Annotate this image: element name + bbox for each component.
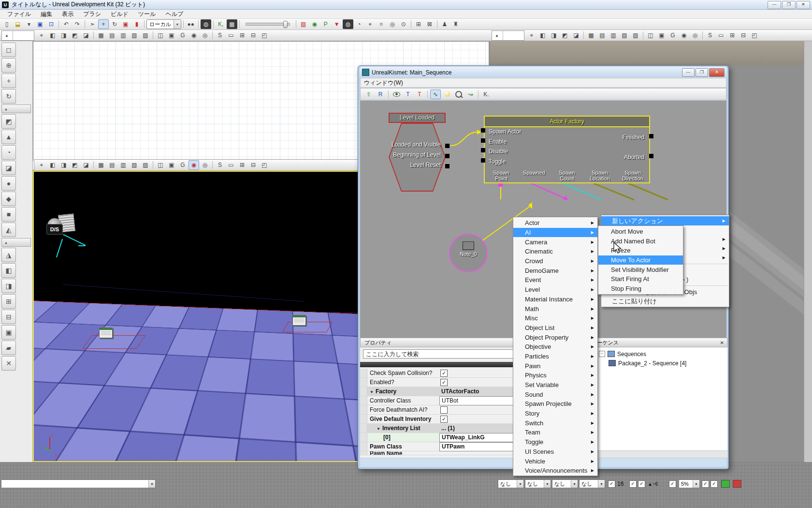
category-menu-item-Switch[interactable]: Switch▶ bbox=[513, 418, 597, 428]
viewport-toolbar-icon[interactable]: ◨ bbox=[58, 160, 69, 170]
variable-link-label[interactable]: SpawnCount bbox=[552, 170, 582, 181]
kismet-toolbar-icon[interactable]: ∿ bbox=[430, 90, 441, 99]
viewport-toolbar-icon[interactable]: ◫ bbox=[155, 160, 166, 170]
viewport-toolbar-icon[interactable]: ◪ bbox=[81, 30, 91, 40]
right-scrollbar[interactable] bbox=[804, 41, 812, 462]
actor-factory-node[interactable]: Actor Factory Spawn ActorEnableDisableTo… bbox=[484, 116, 650, 183]
ai-action-item-Stop-Firing[interactable]: Stop Firing bbox=[598, 284, 683, 294]
viewport-toolbar-icon[interactable]: S bbox=[215, 160, 225, 170]
checkbox[interactable]: ✓ bbox=[440, 379, 448, 386]
close-button[interactable]: ✕ bbox=[797, 1, 810, 9]
category-menu-item-DemoGame[interactable]: DemoGame▶ bbox=[513, 266, 597, 275]
menu-item-ファイル[interactable]: ファイル bbox=[3, 10, 35, 19]
toolbar-icon[interactable]: K, bbox=[216, 19, 226, 29]
chevron-down-icon[interactable]: ▼ bbox=[693, 480, 699, 488]
left-tool-icon[interactable]: ◪ bbox=[1, 161, 16, 175]
ai-action-item-Move-To-Actor[interactable]: Move To Actor bbox=[598, 255, 683, 265]
note-actor-sprite-1[interactable] bbox=[99, 328, 113, 338]
toolbar-icon[interactable]: ▣ bbox=[35, 19, 45, 29]
viewport-toolbar-icon[interactable]: ▨ bbox=[140, 160, 151, 170]
toolbar-icon[interactable]: ♟ bbox=[439, 19, 450, 29]
left-tool-icon[interactable]: ◮ bbox=[1, 248, 16, 262]
status-swatch-green[interactable] bbox=[721, 480, 730, 488]
toolbar-icon[interactable]: ↶ bbox=[61, 19, 72, 29]
toolbar-icon[interactable]: ◉ bbox=[309, 19, 320, 29]
viewport-toolbar-icon[interactable]: ◧ bbox=[537, 30, 548, 40]
variable-link-label[interactable]: Spawned bbox=[519, 170, 549, 181]
viewport-toolbar-icon[interactable]: ◰ bbox=[749, 30, 760, 40]
status-none-select[interactable]: なし▼ bbox=[498, 479, 524, 488]
category-menu-item-Physics[interactable]: Physics▶ bbox=[513, 371, 597, 380]
chevron-down-icon[interactable]: ▼ bbox=[571, 480, 578, 488]
chevron-down-icon[interactable]: ▼ bbox=[598, 480, 605, 488]
viewport-toolbar-icon[interactable]: ◉ bbox=[188, 30, 199, 40]
category-menu-item-Math[interactable]: Math▶ bbox=[513, 304, 597, 314]
viewport-toolbar-icon[interactable]: ▦ bbox=[96, 30, 106, 40]
toolbar-icon[interactable]: ◍ bbox=[343, 19, 353, 29]
ai-action-item-Set-Visibility-Modifier[interactable]: Set Visibility Modifier bbox=[598, 265, 683, 274]
left-tool-icon[interactable]: ⊕ bbox=[1, 58, 16, 73]
viewport-toolbar-icon[interactable]: ◉ bbox=[679, 30, 689, 40]
category-menu-item-Cinematic[interactable]: Cinematic▶ bbox=[513, 247, 597, 256]
left-tool-icon[interactable]: ◆ bbox=[1, 192, 16, 206]
note-actor-sprite-2[interactable] bbox=[292, 315, 306, 326]
menu-item-表示[interactable]: 表示 bbox=[58, 10, 78, 19]
category-menu-item-Vehicle[interactable]: Vehicle▶ bbox=[513, 456, 597, 466]
tool-group-header[interactable]: ▲ bbox=[1, 105, 31, 113]
viewport-toolbar-icon[interactable]: ▣ bbox=[166, 160, 177, 170]
input-connector[interactable] bbox=[481, 128, 485, 133]
status-swatch-red[interactable] bbox=[733, 480, 741, 488]
toolbar-icon[interactable]: ↷ bbox=[72, 19, 83, 29]
category-menu-item-Toggle[interactable]: Toggle▶ bbox=[513, 437, 597, 447]
left-tool-icon[interactable]: ↻ bbox=[1, 89, 16, 104]
viewport-toolbar-icon[interactable]: S bbox=[705, 30, 715, 40]
left-tool-icon[interactable]: ▰ bbox=[1, 341, 16, 355]
left-tool-icon[interactable]: ⊞ bbox=[1, 294, 16, 309]
category-menu-item-Voice/Announcements[interactable]: Voice/Announcements▶ bbox=[513, 466, 597, 476]
viewport-toolbar-icon[interactable]: ▨ bbox=[630, 30, 641, 40]
menu-item-ツール[interactable]: ツール bbox=[134, 10, 160, 19]
category-menu-item-Objective[interactable]: Objective▶ bbox=[513, 342, 597, 352]
kismet-maximize-button[interactable]: ❐ bbox=[696, 68, 708, 77]
viewport-toolbar-icon[interactable]: ⌖ bbox=[36, 160, 47, 170]
kismet-toolbar-icon[interactable]: ⇧ bbox=[363, 90, 374, 99]
viewport-toolbar-icon[interactable]: S bbox=[215, 30, 225, 40]
viewport-toolbar-icon[interactable]: ◰ bbox=[259, 160, 270, 170]
toolbar-icon[interactable]: ➣ bbox=[87, 19, 98, 29]
viewport-toolbar-icon[interactable]: ◎ bbox=[200, 30, 210, 40]
viewport-toolbar-icon[interactable]: ▣ bbox=[656, 30, 667, 40]
left-tool-icon[interactable]: ■ bbox=[1, 207, 16, 222]
viewport-toolbar-icon[interactable]: ▦ bbox=[96, 160, 106, 170]
checkbox[interactable] bbox=[440, 406, 448, 414]
viewport-toolbar-icon[interactable]: ▤ bbox=[597, 30, 608, 40]
left-tool-icon[interactable]: ▲ bbox=[1, 130, 16, 144]
viewport-toolbar-icon[interactable]: ▥ bbox=[608, 30, 619, 40]
menu-item-ビルド[interactable]: ビルド bbox=[106, 10, 133, 19]
status-zoom-select[interactable]: 5%▼ bbox=[679, 479, 700, 488]
toolbar-icon[interactable]: ●● bbox=[186, 19, 196, 29]
viewport-toolbar-icon[interactable]: ▭ bbox=[226, 30, 236, 40]
left-tool-icon[interactable]: ◧ bbox=[1, 263, 16, 278]
viewport-toolbar-icon[interactable]: ⊞ bbox=[237, 160, 247, 170]
viewport-toolbar-icon[interactable]: ⊟ bbox=[738, 30, 749, 40]
left-tool-icon[interactable]: ◭ bbox=[1, 223, 16, 237]
menu-item-ヘルプ[interactable]: ヘルプ bbox=[161, 10, 188, 19]
context-menu-item[interactable]: 新しいアクション▶ bbox=[601, 216, 729, 225]
kismet-toolbar-icon[interactable]: T bbox=[414, 90, 425, 99]
left-tool-icon[interactable]: + bbox=[1, 74, 16, 88]
viewport-toolbar-icon[interactable]: G bbox=[177, 30, 188, 40]
toolbar-icon[interactable]: ▦ bbox=[227, 19, 237, 29]
category-menu-item-Actor[interactable]: Actor▶ bbox=[513, 218, 597, 228]
viewport-toolbar-icon[interactable]: ▨ bbox=[140, 30, 151, 40]
status-checkbox[interactable]: ✓ bbox=[710, 480, 718, 488]
viewport-toolbar-icon[interactable]: ◫ bbox=[155, 30, 166, 40]
category-menu-item-Particles[interactable]: Particles▶ bbox=[513, 352, 597, 361]
output-connector[interactable] bbox=[649, 154, 653, 158]
category-menu-item-Object List[interactable]: Object List▶ bbox=[513, 323, 597, 333]
note-variable-node[interactable]: Note_0 bbox=[449, 234, 488, 272]
toolbar-icon[interactable]: ▣ bbox=[120, 19, 131, 29]
left-tool-icon[interactable]: ◨ bbox=[1, 279, 16, 293]
viewport-options-dropdown[interactable]: ▲ bbox=[1, 30, 34, 41]
viewport-toolbar-icon[interactable]: G bbox=[177, 160, 188, 170]
kismet-close-button[interactable]: ✕ bbox=[709, 68, 725, 77]
